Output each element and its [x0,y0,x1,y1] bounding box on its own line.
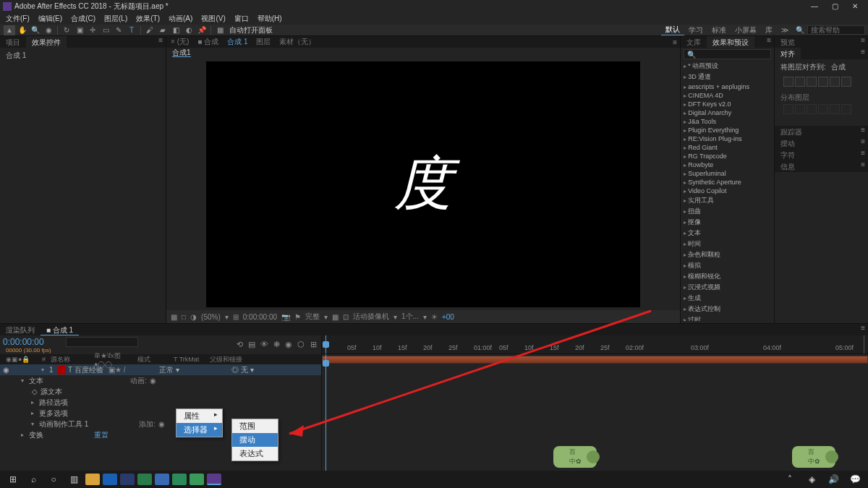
fx-category-12[interactable]: Superluminal [681,169,774,178]
fx-category-3[interactable]: CINEMA 4D [681,91,774,100]
clone-tool-icon[interactable]: ▰ [157,25,169,35]
dist-5-icon[interactable] [830,104,840,114]
align-menu-icon[interactable]: ≡ [858,48,868,59]
menu-view[interactable]: 视图(V) [198,14,228,24]
fx-category-11[interactable]: Rowbyte [681,160,774,169]
dist-2-icon[interactable] [795,104,805,114]
tl-switch-icon[interactable]: ⊞ [308,340,318,350]
roto-tool-icon[interactable]: ◐ [183,25,195,35]
view-icon[interactable]: ⊡ [343,313,349,321]
views-label[interactable]: 1个... [401,312,419,322]
workspace-more[interactable]: ≫ [777,26,793,34]
layer-search-input[interactable] [66,337,138,347]
effect-controls-tab[interactable]: 效果控件 [26,36,67,48]
effects-search-input[interactable]: 🔍 [684,49,771,59]
fx-category-6[interactable]: J&a Tools [681,117,774,126]
tracker-tab[interactable]: 跟踪器 [775,126,808,137]
add-label[interactable]: 添加: [139,419,156,429]
ctx-expression[interactable]: 表达式 [232,447,278,461]
dist-3-icon[interactable] [807,104,817,114]
col-mode[interactable]: 模式 [135,355,171,364]
zoom-value[interactable]: (50%) [201,313,221,321]
shape-tool-icon[interactable]: ▭ [100,25,111,35]
render-queue-tab[interactable]: 渲染队列 [0,324,41,335]
res-icon[interactable]: ⊞ [233,313,239,321]
tl-fx-icon[interactable]: ❋ [271,340,281,350]
timeline-ruler[interactable]: 05f10f15f20f25f01:00f05f10f15f20f25f02:0… [322,335,868,354]
align-right-icon[interactable] [807,77,817,87]
tl-motion-icon[interactable]: ◉ [284,340,294,350]
tl-shy-icon[interactable]: 👁 [259,340,269,350]
align-center-v-icon[interactable] [830,77,840,87]
maximize-button[interactable]: ▢ [830,2,839,11]
panel-menu-icon[interactable]: ≡ [156,36,166,48]
search-icon[interactable]: ⌕ [25,473,42,486]
exposure-icon[interactable]: ☀ [431,313,438,321]
layer-text-group[interactable]: ▾文本 动画: ◉ [0,375,321,386]
time-display[interactable]: 0:00:00:00 [243,313,277,321]
help-search-input[interactable] [807,25,865,35]
app-icon-3[interactable] [137,474,152,485]
app-icon-4[interactable] [155,474,169,485]
align-top-icon[interactable] [818,77,828,87]
camera-label[interactable]: 活动摄像机 [353,312,389,322]
close-button[interactable]: ✕ [851,2,859,11]
playhead[interactable] [326,335,326,354]
menu-composition[interactable]: 合成(C) [68,14,98,24]
fx-category-18[interactable]: 文本 [681,228,774,239]
orbit-tool-icon[interactable]: ◉ [43,25,54,35]
composition-canvas[interactable]: 度 [206,61,640,307]
camera-tool-icon[interactable]: ▣ [74,25,85,35]
toggle-icon[interactable]: ▦ [214,25,226,35]
dist-1-icon[interactable] [783,104,793,114]
rotate-tool-icon[interactable]: ↻ [61,25,72,35]
eraser-tool-icon[interactable]: ◧ [170,25,182,35]
viewer-tab-src[interactable]: 素材（无） [275,35,320,48]
minimize-button[interactable]: — [810,2,819,11]
align-left-icon[interactable] [783,77,793,87]
menu-layer[interactable]: 图层(L) [101,14,130,24]
fx-category-10[interactable]: RG Trapcode [681,152,774,160]
app-icon-1[interactable] [103,474,117,485]
res-label[interactable]: 完整 [305,312,320,322]
start-button[interactable]: ⊞ [4,473,22,486]
library-tab[interactable]: 文库 [681,36,707,48]
fx-category-7[interactable]: Plugin Everything [681,126,774,134]
fx-category-25[interactable]: 表达式控制 [681,304,774,314]
viewer-menu-icon[interactable]: ≡ [670,38,680,46]
fx-category-20[interactable]: 杂色和颗粒 [681,249,774,260]
fx-category-4[interactable]: DFT Keys v2.0 [681,100,774,108]
puppet-tool-icon[interactable]: 📌 [196,25,208,35]
fx-category-19[interactable]: 时间 [681,239,774,249]
dreamweaver-icon[interactable] [190,474,204,485]
fx-category-15[interactable]: 实用工具 [681,195,774,206]
viewer-area[interactable]: 度 [166,58,680,310]
effects-presets-tab[interactable]: 效果和预设 [707,36,754,48]
layer-1[interactable]: ◉ ▾ 1 T 百度经验 ▣★ / 正常 ▾ ◎ 无 ▾ [0,364,321,375]
workspace-learn[interactable]: 学习 [684,25,707,35]
menu-edit[interactable]: 编辑(E) [35,14,65,24]
workspace-standard[interactable]: 标准 [707,25,731,35]
menu-file[interactable]: 文件(F) [3,14,33,24]
col-source[interactable]: 源名称 [48,355,91,364]
fx-category-22[interactable]: 模糊和锐化 [681,271,774,282]
ctx-range[interactable]: 范围 [232,419,278,433]
brush-tool-icon[interactable]: 🖌 [144,25,156,35]
project-tab[interactable]: 项目 [0,36,26,48]
app-icon-2[interactable] [120,474,135,485]
menu-effect[interactable]: 效果(T) [133,14,163,24]
after-effects-icon[interactable] [207,474,221,485]
menu-animation[interactable]: 动画(A) [166,14,195,24]
path-options[interactable]: ▸路径选项 [0,397,321,408]
workspace-lib[interactable]: 库 [761,25,777,35]
tray-icon-2[interactable]: 🔊 [825,473,842,486]
fx-category-14[interactable]: Video Copilot [681,187,774,195]
explorer-icon[interactable] [85,474,100,485]
viewer-tab-none[interactable]: × (无) [166,35,193,48]
fx-category-23[interactable]: 沉浸式视频 [681,282,774,293]
fx-category-1[interactable]: 3D 通道 [681,72,774,82]
fx-category-2[interactable]: aescripts + aeplugins [681,82,774,91]
fx-category-24[interactable]: 生成 [681,293,774,304]
character-tab[interactable]: 字符 [775,149,801,160]
add-arrow-icon[interactable]: ◉ [158,420,165,428]
